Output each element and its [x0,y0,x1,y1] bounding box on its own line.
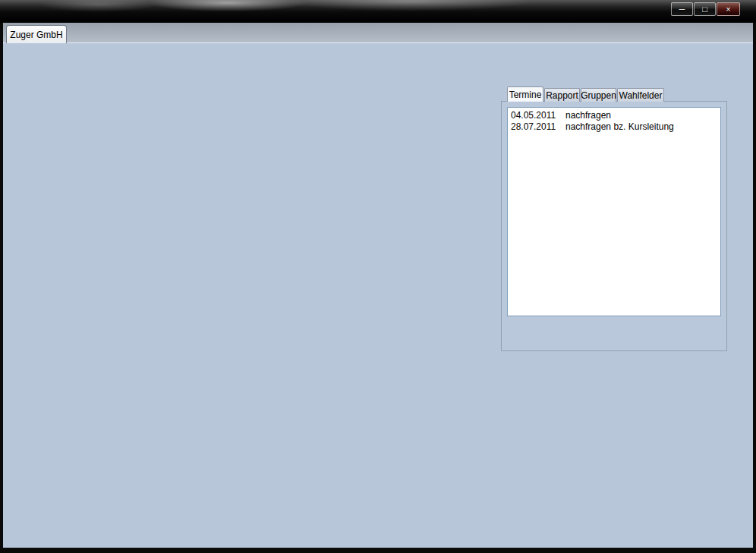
tab-gruppen[interactable]: Gruppen [581,88,616,102]
document-tabstrip [0,23,756,42]
list-item[interactable]: 28.07.2011 nachfragen bz. Kursleitung [509,121,720,132]
termin-date: 28.07.2011 [511,121,565,132]
tab-termine[interactable]: Termine [507,86,543,102]
window-frame-right [753,23,756,553]
maximize-button[interactable]: □ [694,2,716,16]
list-item[interactable]: 04.05.2011 nachfragen [509,109,720,121]
termin-text: nachfragen [565,110,611,121]
termine-listbox: 04.05.2011 nachfragen 28.07.2011 nachfra… [507,107,721,316]
document-tab[interactable]: Zuger GmbH [6,25,67,43]
tab-wahlfelder[interactable]: Wahlfelder [617,88,664,102]
close-button[interactable]: × [717,2,740,16]
tab-rapport[interactable]: Rapport [544,88,580,102]
document-tab-label: Zuger GmbH [10,30,62,40]
application-window: Adress-Eingabe ─ □ × Zuger GmbH Adresspf… [0,0,756,553]
titlebar[interactable] [0,0,756,23]
termin-text: nachfragen bz. Kursleitung [565,121,674,132]
window-frame-bottom [0,548,756,553]
close-icon: × [726,5,730,14]
minimize-button[interactable]: ─ [671,2,693,16]
minimize-icon: ─ [679,5,685,14]
window-frame-left [0,23,3,553]
maximize-icon: □ [702,5,707,14]
termin-date: 04.05.2011 [511,110,565,121]
